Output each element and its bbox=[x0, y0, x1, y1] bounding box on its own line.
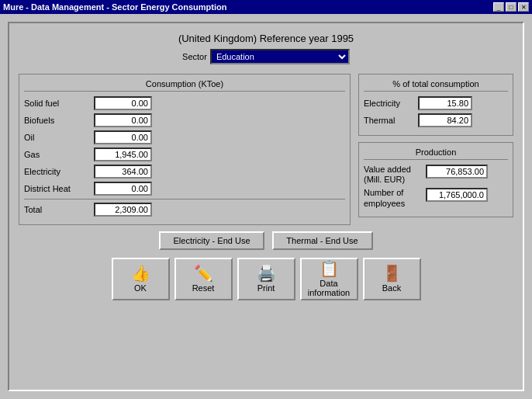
electricity-end-use-button[interactable]: Electricity - End Use bbox=[159, 231, 264, 250]
pct-thermal-input[interactable] bbox=[418, 113, 472, 127]
total-label: Total bbox=[24, 205, 94, 214]
print-icon: 🖨️ bbox=[257, 265, 276, 281]
close-button[interactable]: ✕ bbox=[518, 2, 529, 12]
title-bar-buttons: _ □ ✕ bbox=[493, 2, 529, 12]
employees-label: Number ofemployees bbox=[364, 188, 426, 208]
reset-icon: ✏️ bbox=[194, 265, 213, 281]
electricity-row: Electricity bbox=[24, 165, 345, 179]
right-panel: % of total consumption Electricity Therm… bbox=[358, 74, 513, 225]
content-area: Consumption (KToe) Solid fuel Biofuels O… bbox=[19, 74, 513, 225]
main-container: (United Kingdom) Reference year 1995 Sec… bbox=[0, 14, 532, 399]
employees-input[interactable] bbox=[426, 188, 488, 202]
ok-label: OK bbox=[134, 283, 147, 293]
electricity-label: Electricity bbox=[24, 167, 94, 176]
value-added-input[interactable] bbox=[426, 165, 488, 179]
solid-fuel-label: Solid fuel bbox=[24, 99, 94, 108]
oil-row: Oil bbox=[24, 130, 345, 144]
reset-button[interactable]: ✏️ Reset bbox=[174, 258, 233, 300]
title-bar: Mure - Data Management - Sector Energy C… bbox=[0, 0, 532, 14]
employees-row: Number ofemployees bbox=[364, 188, 508, 208]
title-bar-title: Mure - Data Management - Sector Energy C… bbox=[3, 2, 226, 12]
oil-label: Oil bbox=[24, 133, 94, 142]
pct-thermal-row: Thermal bbox=[364, 113, 508, 127]
production-section: Production Value added(Mill. EUR) Number… bbox=[358, 142, 513, 217]
consumption-panel: Consumption (KToe) Solid fuel Biofuels O… bbox=[19, 74, 351, 225]
ok-button[interactable]: 👍 OK bbox=[112, 258, 170, 300]
oil-input[interactable] bbox=[94, 130, 152, 144]
biofuels-row: Biofuels bbox=[24, 113, 345, 127]
back-icon: 🚪 bbox=[382, 265, 402, 281]
gas-label: Gas bbox=[24, 150, 94, 159]
data-info-label: Datainformation bbox=[308, 279, 350, 297]
back-label: Back bbox=[382, 283, 401, 293]
gas-row: Gas bbox=[24, 147, 345, 161]
total-row: Total bbox=[24, 203, 345, 217]
total-input[interactable] bbox=[94, 203, 152, 217]
pct-electricity-row: Electricity bbox=[364, 96, 508, 110]
solid-fuel-row: Solid fuel bbox=[24, 96, 345, 110]
back-button[interactable]: 🚪 Back bbox=[363, 258, 421, 300]
end-use-row: Electricity - End Use Thermal - End Use bbox=[19, 231, 513, 250]
pct-electricity-label: Electricity bbox=[364, 99, 418, 108]
reset-label: Reset bbox=[192, 283, 215, 293]
sector-label: Sector bbox=[182, 52, 207, 61]
district-heat-label: District Heat bbox=[24, 184, 94, 193]
production-panel-title: Production bbox=[364, 147, 508, 160]
gas-input[interactable] bbox=[94, 147, 152, 161]
electricity-input[interactable] bbox=[94, 165, 152, 179]
district-heat-input[interactable] bbox=[94, 182, 152, 196]
main-title: (United Kingdom) Reference year 1995 bbox=[19, 33, 513, 44]
bottom-buttons: 👍 OK ✏️ Reset 🖨️ Print 📋 Datainformation… bbox=[19, 258, 513, 300]
solid-fuel-input[interactable] bbox=[94, 96, 152, 110]
district-heat-row: District Heat bbox=[24, 182, 345, 196]
biofuels-label: Biofuels bbox=[24, 116, 94, 125]
window-panel: (United Kingdom) Reference year 1995 Sec… bbox=[8, 22, 524, 391]
sector-select[interactable]: Education bbox=[210, 49, 350, 64]
data-information-button[interactable]: 📋 Datainformation bbox=[300, 258, 358, 300]
print-button[interactable]: 🖨️ Print bbox=[237, 258, 295, 300]
value-added-label: Value added(Mill. EUR) bbox=[364, 165, 426, 185]
print-label: Print bbox=[257, 283, 275, 293]
pct-thermal-label: Thermal bbox=[364, 116, 418, 125]
ok-icon: 👍 bbox=[131, 265, 150, 281]
minimize-button[interactable]: _ bbox=[493, 2, 504, 12]
biofuels-input[interactable] bbox=[94, 113, 152, 127]
consumption-panel-title: Consumption (KToe) bbox=[24, 79, 345, 92]
thermal-end-use-button[interactable]: Thermal - End Use bbox=[272, 231, 373, 250]
value-added-row: Value added(Mill. EUR) bbox=[364, 165, 508, 185]
sector-row: Sector Education bbox=[19, 49, 513, 64]
percent-section: % of total consumption Electricity Therm… bbox=[358, 74, 513, 136]
percent-panel-title: % of total consumption bbox=[364, 79, 508, 92]
pct-electricity-input[interactable] bbox=[418, 96, 472, 110]
data-info-icon: 📋 bbox=[320, 261, 339, 276]
maximize-button[interactable]: □ bbox=[506, 2, 516, 12]
